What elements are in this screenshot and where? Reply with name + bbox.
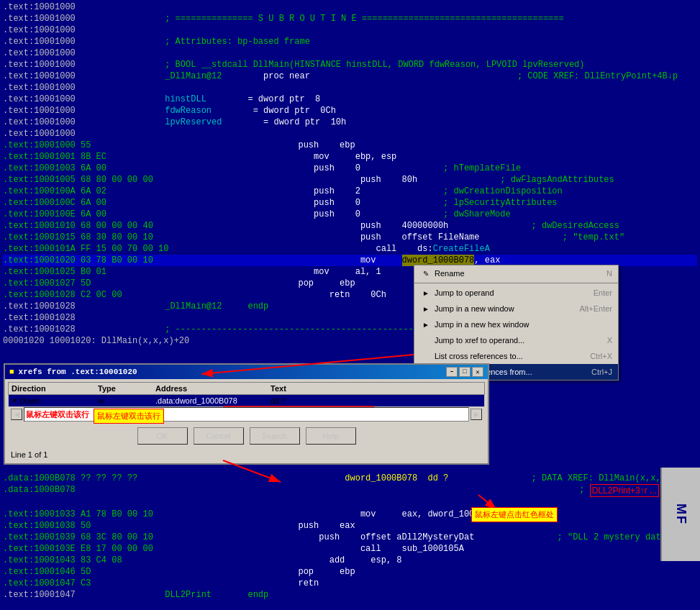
disasm-line: .text:1000100E 6A 00 push 0 ; dwShareMod… (3, 209, 697, 220)
ctx-rename-shortcut: N (606, 269, 612, 278)
ctx-jump-operand[interactable]: ► Jump to operand Enter (414, 285, 618, 301)
xrefs-minimize-btn[interactable]: – (446, 367, 458, 377)
scroll-right-btn[interactable]: ▶ (471, 409, 482, 420)
xrefs-cancel-btn[interactable]: Cancel (194, 427, 244, 445)
xrefs-row-direction: ▼ Down (12, 396, 98, 405)
xrefs-table-header: Direction Type Address Text (8, 382, 485, 395)
disasm-line: .text:10001000 lpvReserved = dword ptr 1… (3, 117, 697, 128)
disasm-line: .text:10001000 hinstDLL = dword ptr 8 (3, 94, 697, 105)
ctx-jump-xref-operand[interactable]: Jump to xref to operand... X (414, 332, 618, 348)
disasm-line: .text:10001015 68 30 80 00 10 push offse… (3, 232, 697, 243)
xrefs-dialog-title: xrefs from .text:10001020 (19, 368, 137, 376)
annotation-double-click-text: 鼠标左键双击该行 (97, 411, 160, 420)
disasm-line: .text:10001010 68 00 00 00 40 push 40000… (3, 220, 697, 232)
ctx-jump-new-hex-label: Jump in a new hex window (435, 320, 529, 329)
xrefs-table-row[interactable]: ▼ Down w .data:dword_1000B078 dd ? (8, 395, 485, 407)
bottom-disasm-line: .text:10001043 83 C4 08 add esp, 8 (3, 555, 697, 566)
ctx-jump-new-window-shortcut: Alt+Enter (579, 304, 612, 313)
xrefs-col-type: Type (98, 384, 155, 393)
disasm-line: .text:10001000 fdwReason = dword ptr 0Ch (3, 105, 697, 117)
xrefs-col-direction: Direction (12, 384, 98, 393)
ctx-divider (414, 283, 618, 283)
jump-xref-icon (420, 334, 432, 346)
xrefs-help-btn[interactable]: Help (306, 427, 356, 445)
xrefs-dialog: ■ xrefs from .text:10001020 – □ ✕ Direct… (4, 363, 489, 465)
ctx-list-xrefs-to[interactable]: List cross references to... Ctrl+X (414, 348, 618, 364)
xrefs-row-type: w (98, 396, 155, 405)
bottom-disasm-line (3, 497, 697, 509)
disasm-line: .text:10001000 (3, 1, 697, 13)
xrefs-maximize-btn[interactable]: □ (459, 367, 471, 377)
main-area: .text:10001000 .text:10001000 ; ========… (0, 0, 700, 610)
xrefs-col-text: Text (271, 384, 481, 393)
ctx-jump-operand-shortcut: Enter (594, 288, 612, 297)
bottom-disasm-line: .text:10001046 5D pop ebp (3, 566, 697, 578)
ctx-jump-new-window-label: Jump in a new window (435, 304, 514, 313)
xrefs-input-row: ◀ ▶ (8, 407, 485, 423)
bottom-disasm-line: .text:1000103E E8 17 00 00 00 call sub_1… (3, 543, 697, 555)
disasm-line: .text:10001000 (3, 82, 697, 94)
xrefs-search-btn[interactable]: Search (250, 427, 300, 445)
annotation-left-click-red: 鼠标左键点击红色框处 (471, 507, 558, 522)
disasm-line: .text:10001000 ; BOOL __stdcall DllMain(… (3, 59, 697, 70)
bottom-disasm-view: .data:1000B078 ?? ?? ?? ?? dword_1000B07… (0, 471, 700, 602)
annotation-double-click: 鼠标左键双击该行 (94, 409, 164, 424)
disasm-line: .text:10001000 _DllMain@12 proc near ; C… (3, 70, 697, 82)
ctx-jump-new-window[interactable]: ► Jump in a new window Alt+Enter (414, 301, 618, 317)
bottom-disasm-line: .data:1000B078 ?? ?? ?? ?? dword_1000B07… (3, 473, 697, 484)
xrefs-row-text: dd ? (271, 396, 481, 405)
xrefs-search-input[interactable] (24, 407, 469, 422)
ctx-jump-new-hex[interactable]: ► Jump in a new hex window (414, 317, 618, 332)
disasm-line: .text:10001000 ; Attributes: bp-based fr… (3, 36, 697, 47)
disasm-line: .text:10001001 8B EC mov ebp, esp (3, 151, 697, 163)
bottom-disasm-line: .text:10001047 DLL2Print endp (3, 589, 697, 601)
bottom-disasm-line: .text:10001038 50 push eax (3, 520, 697, 532)
xrefs-buttons: OK Cancel Search Help (8, 423, 485, 449)
xrefs-status: Line 1 of 1 (8, 449, 485, 460)
disasm-line: .text:10001005 68 80 00 00 00 push 80h ;… (3, 174, 697, 186)
jump-new-hex-icon: ► (420, 319, 432, 330)
xrefs-row-dir-icon: ▼ (12, 397, 18, 404)
ctx-jump-xref-shortcut: X (607, 336, 612, 345)
bottom-disasm-line: .text:10001039 68 3C 80 00 10 push offse… (3, 532, 697, 543)
ctx-list-xrefs-to-label: List cross references to... (435, 352, 523, 360)
disasm-line: .text:1000100C 6A 00 push 0 ; lpSecurity… (3, 197, 697, 209)
xrefs-close-btn[interactable]: ✕ (472, 367, 483, 377)
ctx-list-xrefs-from-shortcut: Ctrl+J (591, 368, 612, 376)
bottom-disasm-line: .data:1000B078 ; DLL2Print+3↑r ... (3, 484, 697, 497)
xrefs-title-icon: ■ (9, 368, 14, 376)
bottom-disasm-line: .text:10001033 A1 78 B0 00 10 mov eax, d… (3, 509, 697, 520)
xrefs-body: Direction Type Address Text ▼ Down w .da… (5, 379, 488, 463)
jump-new-window-icon: ► (420, 303, 432, 314)
ctx-jump-operand-label: Jump to operand (435, 288, 494, 297)
bottom-disasm-line: .text:10001047 C3 retn (3, 578, 697, 589)
list-xrefs-to-icon (420, 350, 432, 362)
disasm-line: .text:10001000 55 push ebp (3, 140, 697, 151)
ctx-jump-xref-label: Jump to xref to operand... (435, 336, 524, 345)
mf-logo: MF (660, 468, 700, 561)
disasm-line: .text:1000101A FF 15 00 70 00 10 call ds… (3, 243, 697, 255)
disasm-line: .text:10001000 ; =============== S U B R… (3, 13, 697, 24)
rename-icon: ✎ (420, 268, 432, 279)
xrefs-ok-btn[interactable]: OK (137, 427, 188, 445)
xrefs-row-address: .data:dword_1000B078 (155, 396, 271, 405)
disasm-line: .text:1000100A 6A 02 push 2 ; dwCreation… (3, 186, 697, 197)
ctx-rename-label: Rename (435, 269, 465, 278)
ctx-rename[interactable]: ✎ Rename N (414, 265, 618, 281)
scroll-left-btn[interactable]: ◀ (11, 409, 22, 420)
xrefs-window-buttons: – □ ✕ (446, 367, 483, 377)
disasm-line: .text:10001000 (3, 24, 697, 36)
annotation-left-click-text: 鼠标左键点击红色框处 (475, 510, 554, 519)
disasm-line: .text:10001000 (3, 47, 697, 59)
disasm-line: .text:10001000 (3, 128, 697, 140)
ctx-list-xrefs-to-shortcut: Ctrl+X (590, 352, 612, 360)
xrefs-col-address: Address (155, 384, 271, 393)
disasm-line: .text:10001003 6A 00 push 0 ; hTemplateF… (3, 163, 697, 174)
xrefs-title-text: ■ xrefs from .text:10001020 (9, 368, 137, 376)
jump-operand-icon: ► (420, 287, 432, 299)
xrefs-titlebar: ■ xrefs from .text:10001020 – □ ✕ (5, 365, 488, 379)
